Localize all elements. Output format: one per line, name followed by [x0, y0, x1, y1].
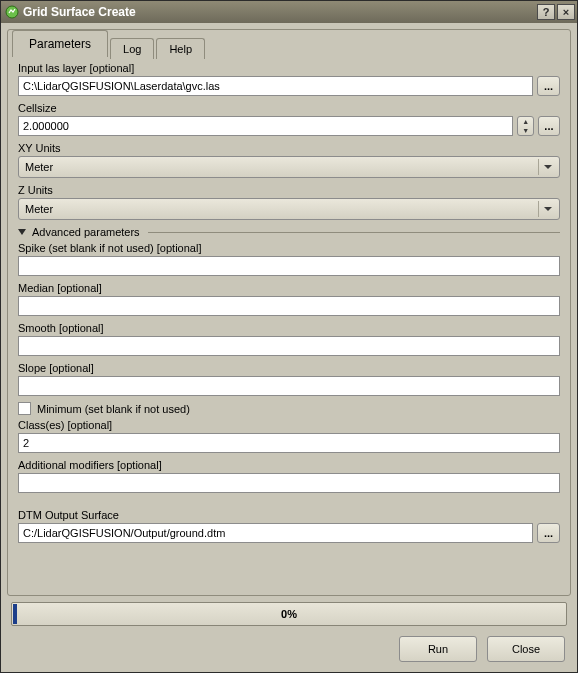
smooth-field[interactable] — [18, 336, 560, 356]
advanced-parameters-label: Advanced parameters — [32, 226, 140, 238]
spike-field[interactable] — [18, 256, 560, 276]
input-las-label: Input las layer [optional] — [18, 62, 560, 74]
run-button[interactable]: Run — [399, 636, 477, 662]
z-units-value: Meter — [25, 203, 53, 215]
close-window-button[interactable]: × — [557, 4, 575, 20]
input-las-field[interactable] — [18, 76, 533, 96]
tab-help[interactable]: Help — [156, 38, 205, 59]
progress-text: 0% — [281, 608, 297, 620]
slope-label: Slope [optional] — [18, 362, 560, 374]
smooth-label: Smooth [optional] — [18, 322, 560, 334]
classes-label: Class(es) [optional] — [18, 419, 560, 431]
client-area: Parameters Log Help Input las layer [opt… — [1, 23, 577, 672]
minimum-checkbox[interactable]: Minimum (set blank if not used) — [18, 402, 560, 415]
button-row: Run Close — [11, 636, 567, 666]
cellsize-browse-button[interactable]: ... — [538, 116, 560, 136]
slope-field[interactable] — [18, 376, 560, 396]
median-field[interactable] — [18, 296, 560, 316]
dtm-output-browse-button[interactable]: ... — [537, 523, 560, 543]
tab-frame: Parameters Log Help Input las layer [opt… — [7, 29, 571, 596]
checkbox-box-icon — [18, 402, 31, 415]
chevron-down-icon: ▼ — [522, 127, 529, 134]
modifiers-field[interactable] — [18, 473, 560, 493]
chevron-down-icon — [538, 201, 557, 217]
median-label: Median [optional] — [18, 282, 560, 294]
window-title: Grid Surface Create — [23, 5, 535, 19]
parameters-form: Input las layer [optional] ... Cellsize … — [18, 58, 560, 585]
divider — [148, 232, 560, 233]
xy-units-select[interactable]: Meter — [18, 156, 560, 178]
app-icon — [5, 5, 19, 19]
spike-label: Spike (set blank if not used) [optional] — [18, 242, 560, 254]
titlebar: Grid Surface Create ? × — [1, 1, 577, 23]
svg-point-0 — [6, 6, 18, 18]
dtm-output-label: DTM Output Surface — [18, 509, 560, 521]
z-units-label: Z Units — [18, 184, 560, 196]
triangle-down-icon — [18, 229, 26, 235]
chevron-down-icon — [538, 159, 557, 175]
dialog-bottom: 0% Run Close — [7, 596, 571, 666]
advanced-parameters-toggle[interactable]: Advanced parameters — [18, 226, 560, 238]
dialog-window: Grid Surface Create ? × Parameters Log H… — [0, 0, 578, 673]
help-button[interactable]: ? — [537, 4, 555, 20]
close-button[interactable]: Close — [487, 636, 565, 662]
tab-parameters[interactable]: Parameters — [12, 30, 108, 57]
tab-row: Parameters Log Help — [12, 28, 207, 56]
input-las-browse-button[interactable]: ... — [537, 76, 560, 96]
tab-log[interactable]: Log — [110, 38, 154, 59]
dtm-output-field[interactable] — [18, 523, 533, 543]
cellsize-field[interactable] — [18, 116, 513, 136]
z-units-select[interactable]: Meter — [18, 198, 560, 220]
minimum-label: Minimum (set blank if not used) — [37, 403, 190, 415]
chevron-up-icon: ▲ — [522, 118, 529, 125]
modifiers-label: Additional modifiers [optional] — [18, 459, 560, 471]
progress-bar: 0% — [11, 602, 567, 626]
progress-fill — [13, 604, 17, 624]
xy-units-value: Meter — [25, 161, 53, 173]
xy-units-label: XY Units — [18, 142, 560, 154]
cellsize-label: Cellsize — [18, 102, 560, 114]
cellsize-spinner[interactable]: ▲ ▼ — [517, 116, 534, 136]
classes-field[interactable] — [18, 433, 560, 453]
